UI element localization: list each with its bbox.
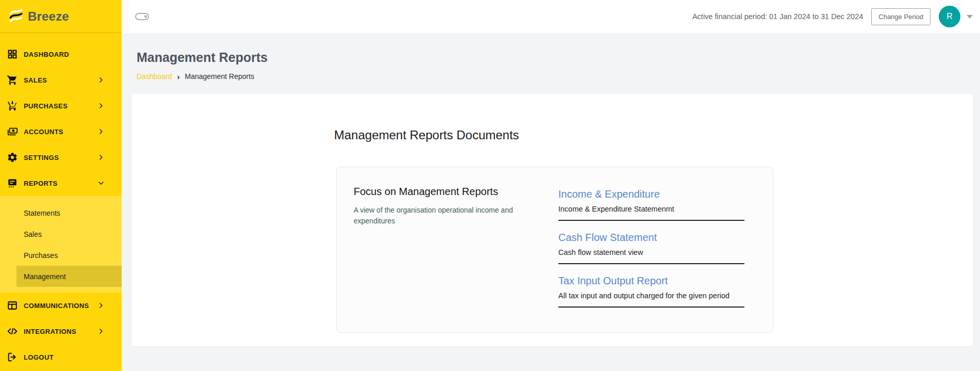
sidebar-item-label: REPORTS — [24, 180, 97, 187]
page-title: Management Reports — [137, 50, 973, 65]
dashboard-grid-icon — [6, 48, 19, 60]
breadcrumb-current: Management Reports — [185, 72, 255, 80]
report-description: Cash flow statement view — [558, 248, 744, 256]
submenu-item-management[interactable]: Management — [16, 266, 122, 287]
sidebar-item-label: ACCOUNTS — [24, 128, 97, 136]
focus-card: Focus on Management Reports A view of th… — [336, 167, 773, 333]
topbar-right: Active financial period: 01 Jan 2024 to … — [692, 6, 973, 27]
sidebar-item-label: INTEGRATIONS — [24, 328, 97, 335]
gear-icon — [6, 151, 19, 164]
logo: Breeze — [0, 0, 122, 33]
divider — [558, 220, 744, 221]
active-period-text: Active financial period: 01 Jan 2024 to … — [692, 12, 863, 21]
chevron-right-icon — [97, 127, 105, 136]
caret-down-icon[interactable] — [967, 15, 973, 19]
avatar[interactable]: R — [939, 6, 960, 27]
sidebar-item-logout[interactable]: LOGOUT — [0, 344, 122, 370]
report-description: All tax input and output charged for the… — [558, 292, 744, 300]
reports-panel: Management Reports Documents Focus on Ma… — [132, 94, 973, 346]
chevron-right-icon — [97, 102, 105, 110]
chevron-right-icon — [97, 301, 105, 310]
sidebar-item-label: PURCHASES — [24, 102, 97, 110]
chevron-right-icon — [97, 76, 105, 84]
breeze-wave-icon — [8, 8, 24, 25]
table-icon — [6, 299, 19, 312]
page-content: Management Reports Dashboard › Managemen… — [122, 33, 980, 346]
submenu-item-label: Statements — [24, 209, 60, 217]
reports-submenu: Statements Sales Purchases Management — [0, 196, 122, 293]
change-period-button[interactable]: Change Period — [871, 8, 931, 25]
cash-flow-statement-link[interactable]: Cash Flow Statement — [558, 232, 657, 244]
sidebar-toggle[interactable] — [135, 13, 149, 20]
chevron-down-icon — [97, 179, 105, 187]
report-item-tax-input-output: Tax Input Output Report All tax input an… — [558, 275, 744, 308]
sidebar-item-label: LOGOUT — [24, 353, 114, 361]
sidebar-item-sales[interactable]: SALES — [0, 67, 122, 93]
sidebar-item-dashboard[interactable]: DASHBOARD — [0, 41, 122, 67]
breadcrumb-dashboard-link[interactable]: Dashboard — [137, 72, 172, 80]
sidebar-item-label: COMMUNICATIONS — [24, 302, 97, 310]
tax-input-output-link[interactable]: Tax Input Output Report — [558, 275, 668, 287]
code-icon — [6, 325, 19, 337]
submenu-item-label: Management — [24, 272, 66, 281]
sidebar-item-settings[interactable]: SETTINGS — [0, 144, 122, 170]
toggle-dot — [144, 15, 147, 18]
report-links-column: Income & Expenditure Income & Expenditur… — [558, 186, 744, 317]
logo-text: Breeze — [28, 9, 69, 24]
focus-description: A view of the organisation operational i… — [354, 205, 520, 227]
sidebar-item-label: SETTINGS — [24, 154, 97, 162]
submenu-item-label: Purchases — [24, 251, 58, 260]
sidebar-item-label: SALES — [24, 76, 97, 84]
breadcrumb-separator-icon: › — [177, 73, 180, 80]
submenu-item-purchases[interactable]: Purchases — [0, 245, 122, 266]
sidebar-item-communications[interactable]: COMMUNICATIONS — [0, 293, 122, 318]
topbar: Active financial period: 01 Jan 2024 to … — [122, 0, 980, 33]
sidebar-item-accounts[interactable]: ACCOUNTS — [0, 119, 122, 144]
divider — [558, 263, 744, 264]
sidebar-nav: DASHBOARD SALES PURCHASE — [0, 33, 122, 370]
report-icon — [6, 177, 19, 189]
report-item-cash-flow: Cash Flow Statement Cash flow statement … — [558, 232, 744, 264]
focus-card-left: Focus on Management Reports A view of th… — [354, 186, 558, 317]
sidebar: Breeze DASHBOARD SALES — [0, 0, 122, 371]
chevron-right-icon — [97, 327, 105, 335]
focus-heading: Focus on Management Reports — [354, 186, 558, 198]
income-expenditure-link[interactable]: Income & Expenditure — [558, 188, 660, 200]
report-description: Income & Expenditure Statemenmt — [558, 205, 744, 213]
section-title: Management Reports Documents — [334, 94, 973, 142]
submenu-item-statements[interactable]: Statements — [0, 202, 122, 223]
submenu-item-label: Sales — [24, 230, 42, 238]
sidebar-item-reports[interactable]: REPORTS — [0, 170, 122, 196]
cart-icon — [6, 74, 19, 86]
chevron-right-icon — [97, 153, 105, 162]
breadcrumb: Dashboard › Management Reports — [137, 72, 973, 80]
cart-arrow-down-icon — [6, 100, 19, 112]
sidebar-item-label: DASHBOARD — [24, 51, 114, 58]
report-item-income-expenditure: Income & Expenditure Income & Expenditur… — [558, 188, 744, 221]
divider — [558, 307, 744, 308]
logout-icon — [6, 351, 19, 363]
sidebar-item-integrations[interactable]: INTEGRATIONS — [0, 318, 122, 344]
main-area: Active financial period: 01 Jan 2024 to … — [122, 0, 980, 346]
submenu-item-sales[interactable]: Sales — [0, 223, 122, 245]
sidebar-item-purchases[interactable]: PURCHASES — [0, 93, 122, 119]
payments-icon — [6, 125, 19, 138]
